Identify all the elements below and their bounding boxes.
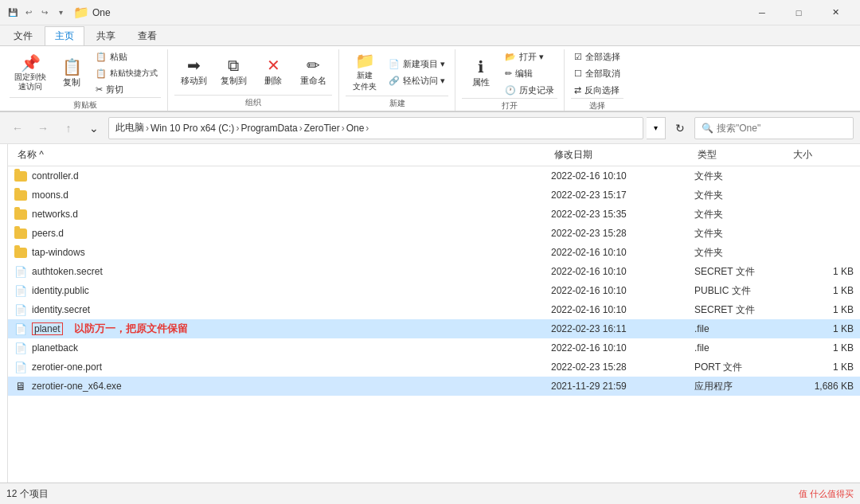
file-type: 文件夹: [694, 246, 790, 260]
file-date: 2022-02-23 15:28: [551, 228, 694, 239]
properties-button[interactable]: ℹ 属性: [462, 56, 500, 92]
invert-icon: ⇄: [574, 85, 581, 96]
select-all-button[interactable]: ☑ 全部选择: [571, 49, 624, 64]
col-type[interactable]: 类型: [694, 147, 790, 163]
file-size: 1 KB: [790, 323, 854, 334]
tab-view[interactable]: 查看: [127, 26, 167, 45]
table-row[interactable]: networks.d 2022-02-23 15:35 文件夹: [8, 205, 860, 224]
history-icon: 🕐: [505, 85, 516, 96]
table-row[interactable]: 📄 identity.secret 2022-02-16 10:10 SECRE…: [8, 300, 860, 319]
paste-shortcut-button[interactable]: 📋 粘贴快捷方式: [92, 66, 161, 80]
maximize-button[interactable]: □: [780, 0, 817, 25]
history-button[interactable]: 🕐 历史记录: [502, 83, 557, 98]
tab-file[interactable]: 文件: [3, 26, 43, 45]
path-programdata[interactable]: ProgramData: [240, 123, 297, 134]
path-drive[interactable]: Win 10 Pro x64 (C:): [150, 123, 234, 134]
minimize-button[interactable]: ─: [744, 0, 780, 25]
file-type: .file: [694, 342, 790, 354]
file-name: identity.secret: [32, 304, 90, 315]
save-icon: 💾: [6, 6, 19, 19]
file-size: 1 KB: [790, 342, 854, 354]
select-items: ☑ 全部选择 ☐ 全部取消 ⇄ 反向选择: [571, 49, 624, 98]
main-content: 名称 ^ 修改日期 类型 大小 controller.d 2022-02-16 …: [0, 144, 860, 483]
table-row[interactable]: 📄 planetback 2022-02-16 10:10 .file 1 KB: [8, 338, 860, 357]
back-button[interactable]: ←: [6, 117, 29, 139]
file-size: 1 KB: [790, 266, 854, 277]
table-row[interactable]: tap-windows 2022-02-16 10:10 文件夹: [8, 243, 860, 262]
col-date[interactable]: 修改日期: [551, 147, 694, 163]
new-label: 新建: [346, 96, 448, 111]
file-name: peers.d: [32, 228, 64, 239]
select-buttons: ☑ 全部选择 ☐ 全部取消 ⇄ 反向选择: [571, 49, 624, 98]
new-item-button[interactable]: 📄 新建项目 ▾: [385, 57, 448, 72]
dropdown-icon[interactable]: ▾: [54, 6, 67, 19]
file-icon: 📄: [14, 323, 27, 335]
rename-icon: ✏: [307, 57, 320, 73]
tab-home[interactable]: 主页: [45, 26, 84, 45]
easy-access-button[interactable]: 🔗 轻松访问 ▾: [385, 73, 448, 88]
table-row[interactable]: 🖥 zerotier-one_x64.exe 2021-11-29 21:59 …: [8, 377, 860, 396]
table-row[interactable]: 📄 identity.public 2022-02-16 10:10 PUBLI…: [8, 281, 860, 300]
file-type: .file: [694, 323, 790, 334]
deselect-all-button[interactable]: ☐ 全部取消: [571, 66, 624, 81]
file-name-cell: moons.d: [14, 189, 551, 201]
paste-shortcut-icon: 📋: [96, 68, 107, 79]
file-size: 1 KB: [790, 361, 854, 373]
path-pc[interactable]: 此电脑: [115, 121, 144, 135]
copy-to-button[interactable]: ⧉ 复制到: [214, 54, 252, 90]
table-row[interactable]: peers.d 2022-02-23 15:28 文件夹: [8, 224, 860, 243]
cut-icon: ✂: [96, 84, 103, 95]
search-input[interactable]: [717, 123, 846, 134]
col-name[interactable]: 名称 ^: [14, 147, 551, 163]
file-type: SECRET 文件: [694, 265, 790, 279]
title-bar-quick-access: 💾 ↩ ↪ ▾: [6, 6, 67, 19]
new-folder-button[interactable]: 📁 新建文件夹: [346, 49, 384, 96]
file-date: 2022-02-23 15:35: [551, 209, 694, 220]
up-button[interactable]: ↑: [57, 117, 80, 139]
table-row[interactable]: 📄 planet 以防万一，把原文件保留 2022-02-23 16:11 .f…: [8, 319, 860, 338]
path-zerotier[interactable]: ZeroTier: [304, 123, 340, 134]
address-path[interactable]: 此电脑 › Win 10 Pro x64 (C:) › ProgramData …: [108, 117, 643, 139]
open-label: 打开: [462, 98, 557, 114]
folder-icon: [14, 209, 27, 220]
file-type: PORT 文件: [694, 361, 790, 374]
clipboard-label: 剪贴板: [10, 97, 161, 113]
table-row[interactable]: controller.d 2022-02-16 10:10 文件夹: [8, 166, 860, 186]
forward-button[interactable]: →: [32, 117, 54, 139]
invert-selection-button[interactable]: ⇄ 反向选择: [571, 83, 624, 98]
rename-button[interactable]: ✏ 重命名: [294, 54, 332, 90]
file-name: identity.public: [32, 285, 89, 296]
file-icon: 📄: [14, 304, 27, 316]
edit-button[interactable]: ✏ 编辑: [502, 66, 557, 81]
recent-button[interactable]: ⌄: [83, 117, 105, 139]
cut-button[interactable]: ✂ 剪切: [92, 82, 161, 97]
file-icon-container: 🖥: [14, 380, 27, 393]
refresh-button[interactable]: ↻: [669, 117, 691, 139]
properties-icon: ℹ: [478, 59, 484, 75]
history-label: 历史记录: [519, 84, 554, 96]
copy-to-label: 复制到: [221, 75, 247, 87]
tab-share[interactable]: 共享: [86, 26, 126, 45]
file-name-cell: peers.d: [14, 227, 551, 240]
close-button[interactable]: ✕: [817, 0, 854, 25]
table-row[interactable]: moons.d 2022-02-23 15:17 文件夹: [8, 186, 860, 205]
table-row[interactable]: 📄 zerotier-one.port 2022-02-23 15:28 POR…: [8, 357, 860, 377]
address-dropdown[interactable]: ▾: [647, 117, 666, 139]
file-size: 1 KB: [790, 304, 854, 315]
address-bar: ← → ↑ ⌄ 此电脑 › Win 10 Pro x64 (C:) › Prog…: [0, 112, 860, 144]
path-one[interactable]: One: [346, 123, 365, 134]
move-to-button[interactable]: ➡ 移动到: [174, 54, 213, 90]
folder-icon: 📁: [73, 5, 89, 20]
file-list[interactable]: 名称 ^ 修改日期 类型 大小 controller.d 2022-02-16 …: [8, 144, 860, 483]
paste-icon: 📋: [96, 52, 107, 62]
paste-button[interactable]: 📋 粘贴: [92, 49, 161, 64]
pin-quick-access-button[interactable]: 📌 固定到快速访问: [10, 52, 51, 95]
col-size[interactable]: 大小: [790, 147, 854, 163]
pin-label: 固定到快速访问: [14, 72, 46, 92]
copy-button[interactable]: 📋 复制: [53, 56, 91, 92]
delete-button[interactable]: ✕ 删除: [254, 54, 292, 90]
file-name-cell: 📄 identity.secret: [14, 303, 551, 316]
table-row[interactable]: 📄 authtoken.secret 2022-02-16 10:10 SECR…: [8, 262, 860, 281]
search-box[interactable]: 🔍: [694, 117, 854, 139]
open-button[interactable]: 📂 打开 ▾: [502, 49, 557, 64]
